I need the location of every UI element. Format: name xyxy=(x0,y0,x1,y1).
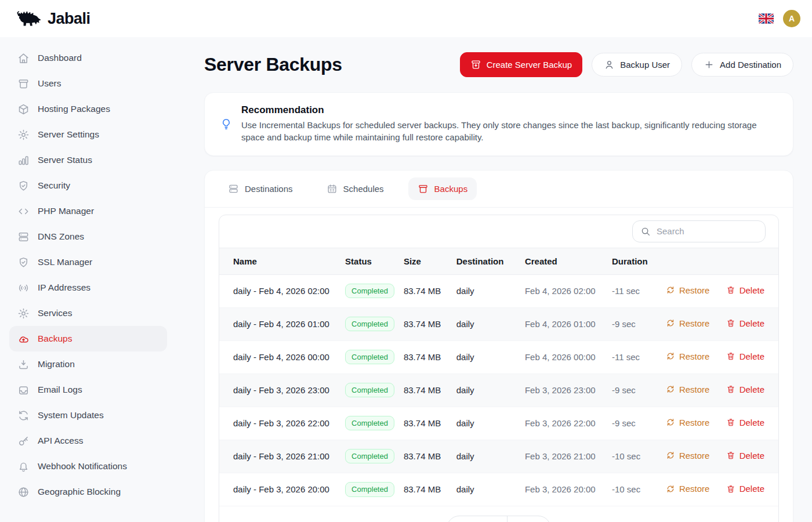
backup-size: 83.74 MB xyxy=(404,307,456,340)
avatar[interactable]: A xyxy=(783,10,800,27)
sidebar-item-label: Services xyxy=(38,308,72,318)
status-badge: Completed xyxy=(345,449,394,464)
backup-created: Feb 3, 2026 23:00 xyxy=(525,374,612,407)
status-badge: Completed xyxy=(345,350,394,365)
delete-button[interactable]: Delete xyxy=(726,484,764,494)
sidebar-item-email-logs[interactable]: Email Logs xyxy=(9,377,167,403)
status-badge: Completed xyxy=(345,482,394,497)
restore-button[interactable]: Restore xyxy=(666,351,710,361)
restore-button[interactable]: Restore xyxy=(666,318,710,328)
backup-row-daily-feb-4-2026-00-00: daily - Feb 4, 2026 00:00 Completed 83.7… xyxy=(219,340,778,374)
delete-button[interactable]: Delete xyxy=(726,318,764,328)
brand-name: Jabali xyxy=(48,10,90,28)
key-icon xyxy=(17,435,30,447)
topbar: Jabali A xyxy=(0,0,812,37)
button-backup-user[interactable]: Backup User xyxy=(592,53,682,77)
backup-created: Feb 4, 2026 01:00 xyxy=(525,307,612,340)
backup-destination: daily xyxy=(456,307,525,340)
sidebar-item-users[interactable]: Users xyxy=(9,71,167,96)
trash-icon xyxy=(726,285,735,295)
sidebar-item-services[interactable]: Services xyxy=(9,300,167,326)
recommendation-body: Use Incremental Backups for scheduled se… xyxy=(241,119,758,144)
tab-schedules[interactable]: Schedules xyxy=(317,177,393,200)
backup-name: daily - Feb 4, 2026 01:00 xyxy=(219,307,345,340)
button-label: Backup User xyxy=(620,60,670,70)
status-badge: Completed xyxy=(345,416,394,431)
sidebar-item-ssl-manager[interactable]: SSL Manager xyxy=(9,249,167,275)
restore-icon xyxy=(666,351,675,361)
sidebar-item-label: Migration xyxy=(38,359,75,369)
db-icon xyxy=(228,183,239,194)
tab-backups[interactable]: Backups xyxy=(408,177,477,200)
backup-duration: -11 sec xyxy=(612,340,666,374)
sidebar-item-server-status[interactable]: Server Status xyxy=(9,147,167,173)
cog-icon xyxy=(17,129,30,141)
backup-created: Feb 3, 2026 22:00 xyxy=(525,407,612,440)
restore-button[interactable]: Restore xyxy=(666,418,710,427)
sidebar-item-dashboard[interactable]: Dashboard xyxy=(9,45,167,71)
trash-icon xyxy=(726,451,735,460)
restore-button[interactable]: Restore xyxy=(666,451,710,461)
delete-button[interactable]: Delete xyxy=(726,285,764,295)
delete-button[interactable]: Delete xyxy=(726,385,764,394)
backup-created: Feb 3, 2026 21:00 xyxy=(525,440,612,473)
recommendation-title: Recommendation xyxy=(241,104,758,116)
sidebar-item-backups[interactable]: Backups xyxy=(9,326,167,351)
tab-destinations[interactable]: Destinations xyxy=(219,177,302,200)
backup-name: daily - Feb 3, 2026 22:00 xyxy=(219,407,345,440)
col-size: Size xyxy=(404,248,456,274)
per-page-select[interactable]: Per page 10 xyxy=(447,516,551,522)
archive-icon xyxy=(17,78,30,90)
backup-name: daily - Feb 4, 2026 02:00 xyxy=(219,274,345,307)
restore-icon xyxy=(666,318,675,328)
restore-icon xyxy=(666,484,675,494)
tab-bar: Destinations Schedules Backups xyxy=(205,171,793,207)
per-page-label: Per page xyxy=(447,516,507,522)
button-add-destination[interactable]: Add Destination xyxy=(691,53,793,77)
sidebar-item-php-manager[interactable]: PHP Manager xyxy=(9,198,167,224)
table-footer: Showing 1 to 7 of 7 results Per page 10 xyxy=(219,506,778,522)
status-badge: Completed xyxy=(345,317,394,332)
results-summary: Showing 1 to 7 of 7 results xyxy=(233,516,447,522)
sidebar-item-server-settings[interactable]: Server Settings xyxy=(9,122,167,147)
backup-size: 83.74 MB xyxy=(404,374,456,407)
uk-flag-icon[interactable] xyxy=(759,13,774,24)
backup-duration: -10 sec xyxy=(612,440,666,473)
backup-duration: -9 sec xyxy=(612,407,666,440)
table-header-row: Name Status Size Destination Created Dur… xyxy=(219,248,778,274)
button-create-server-backup[interactable]: Create Server Backup xyxy=(460,52,583,77)
sidebar-item-label: Users xyxy=(38,78,61,89)
sidebar-item-hosting-packages[interactable]: Hosting Packages xyxy=(9,96,167,122)
sidebar-item-migration[interactable]: Migration xyxy=(9,351,167,377)
restore-button[interactable]: Restore xyxy=(666,385,710,394)
backup-size: 83.74 MB xyxy=(404,274,456,307)
sidebar: Dashboard Users Hosting Packages Server … xyxy=(0,37,176,522)
sidebar-item-system-updates[interactable]: System Updates xyxy=(9,403,167,428)
restore-icon xyxy=(666,285,675,295)
delete-button[interactable]: Delete xyxy=(726,418,764,427)
backup-size: 83.74 MB xyxy=(404,440,456,473)
backup-size: 83.74 MB xyxy=(404,340,456,374)
restore-icon xyxy=(666,418,675,427)
restore-button[interactable]: Restore xyxy=(666,484,710,494)
tab-label: Backups xyxy=(434,184,468,194)
backup-duration: -9 sec xyxy=(612,307,666,340)
sidebar-item-api-access[interactable]: API Access xyxy=(9,428,167,454)
col-name: Name xyxy=(219,248,345,274)
sidebar-item-ip-addresses[interactable]: IP Addresses xyxy=(9,275,167,300)
person-icon xyxy=(604,59,615,70)
delete-button[interactable]: Delete xyxy=(726,451,764,461)
search-box[interactable] xyxy=(632,220,766,242)
backup-row-daily-feb-4-2026-01-00: daily - Feb 4, 2026 01:00 Completed 83.7… xyxy=(219,307,778,340)
sidebar-item-label: Security xyxy=(38,180,70,191)
sidebar-item-webhook-notifications[interactable]: Webhook Notifications xyxy=(9,454,167,479)
search-input[interactable] xyxy=(657,226,757,236)
delete-button[interactable]: Delete xyxy=(726,351,764,361)
sidebar-item-dns-zones[interactable]: DNS Zones xyxy=(9,224,167,249)
sidebar-item-geographic-blocking[interactable]: Geographic Blocking xyxy=(9,479,167,505)
signal-icon xyxy=(17,282,30,294)
tab-label: Destinations xyxy=(245,184,293,194)
col-status: Status xyxy=(345,248,404,274)
restore-button[interactable]: Restore xyxy=(666,285,710,295)
sidebar-item-security[interactable]: Security xyxy=(9,173,167,198)
